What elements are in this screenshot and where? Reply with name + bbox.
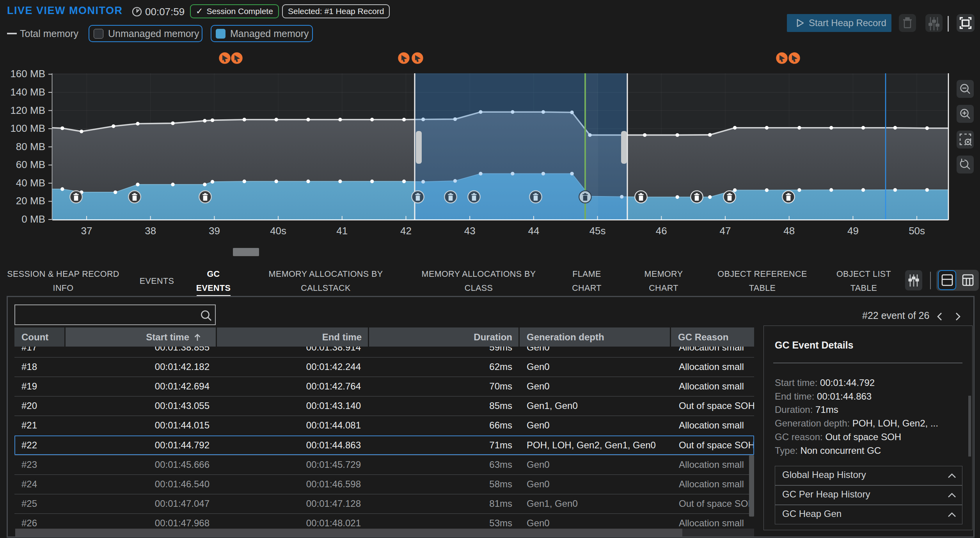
svg-text:41: 41 [336, 225, 348, 237]
svg-text:40s: 40s [270, 225, 286, 237]
svg-text:60 MB: 60 MB [16, 159, 45, 170]
svg-text:43: 43 [464, 225, 476, 237]
svg-text:20 MB: 20 MB [16, 195, 45, 207]
svg-text:37: 37 [81, 225, 92, 237]
svg-text:42: 42 [400, 225, 412, 237]
svg-text:120 MB: 120 MB [10, 104, 45, 116]
svg-text:80 MB: 80 MB [16, 141, 45, 152]
svg-text:50s: 50s [909, 225, 925, 237]
svg-text:0 MB: 0 MB [21, 213, 45, 225]
svg-text:48: 48 [783, 225, 795, 237]
svg-text:45s: 45s [589, 225, 606, 237]
svg-text:140 MB: 140 MB [10, 86, 45, 98]
svg-text:38: 38 [145, 225, 156, 237]
svg-text:47: 47 [720, 225, 731, 237]
svg-text:39: 39 [209, 225, 220, 237]
svg-text:46: 46 [656, 225, 667, 237]
svg-text:49: 49 [847, 225, 859, 237]
svg-text:44: 44 [528, 225, 539, 237]
svg-text:100 MB: 100 MB [10, 122, 45, 134]
svg-text:40 MB: 40 MB [16, 177, 45, 189]
svg-text:160 MB: 160 MB [10, 68, 45, 80]
